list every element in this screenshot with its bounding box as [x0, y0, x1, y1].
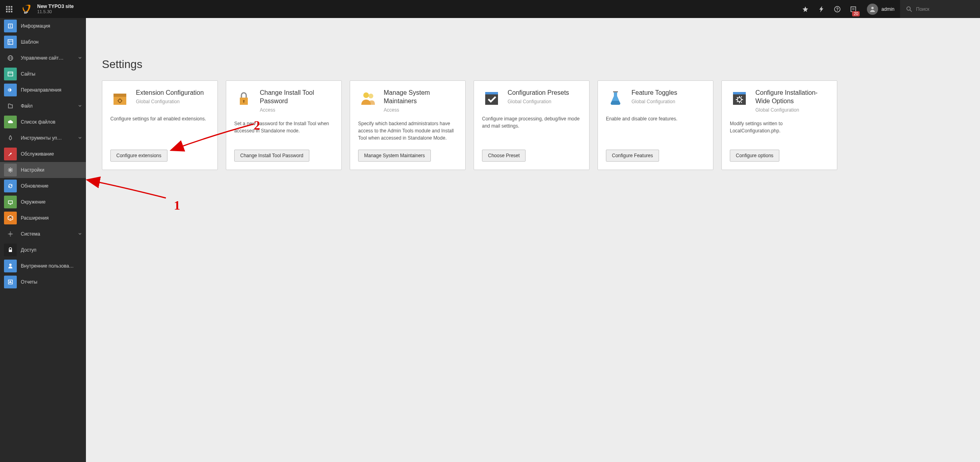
svg-rect-2 [11, 6, 12, 8]
notifications-button[interactable]: 20 [845, 0, 861, 18]
avatar-icon [867, 4, 878, 15]
site-title: New TYPO3 site [37, 4, 74, 9]
search-icon [906, 6, 912, 12]
bp-label: BP [24, 11, 28, 14]
svg-rect-4 [8, 8, 10, 10]
search-input[interactable] [916, 6, 972, 12]
typo3-logo[interactable]: BP [18, 0, 34, 18]
svg-rect-6 [6, 11, 8, 12]
svg-text:?: ? [836, 7, 839, 12]
svg-rect-11 [851, 7, 856, 12]
topbar-left: BP New TYPO3 site 11.5.30 [0, 0, 74, 18]
bookmark-button[interactable] [797, 0, 813, 18]
help-button[interactable]: ? [829, 0, 845, 18]
star-icon [802, 6, 809, 12]
site-version: 11.5.30 [37, 9, 74, 14]
svg-rect-8 [11, 11, 12, 12]
bolt-icon [819, 6, 824, 12]
username-label: admin [881, 6, 894, 12]
grid-icon [6, 6, 12, 12]
svg-point-14 [871, 7, 874, 9]
svg-rect-7 [8, 11, 10, 12]
user-menu[interactable]: admin [861, 4, 900, 15]
search-area[interactable] [900, 0, 980, 18]
svg-rect-1 [8, 6, 10, 8]
svg-line-16 [910, 10, 912, 11]
top-bar: BP New TYPO3 site 11.5.30 ? 20 admin [0, 0, 980, 18]
app-grid-button[interactable] [0, 0, 18, 18]
help-icon: ? [834, 6, 841, 12]
svg-rect-3 [6, 8, 8, 10]
svg-rect-5 [11, 8, 12, 10]
topbar-right: ? 20 admin [797, 0, 980, 18]
cache-button[interactable] [813, 0, 829, 18]
svg-rect-0 [6, 6, 8, 8]
svg-point-15 [907, 6, 910, 10]
site-info[interactable]: New TYPO3 site 11.5.30 [34, 4, 74, 15]
notification-badge: 20 [852, 11, 860, 16]
